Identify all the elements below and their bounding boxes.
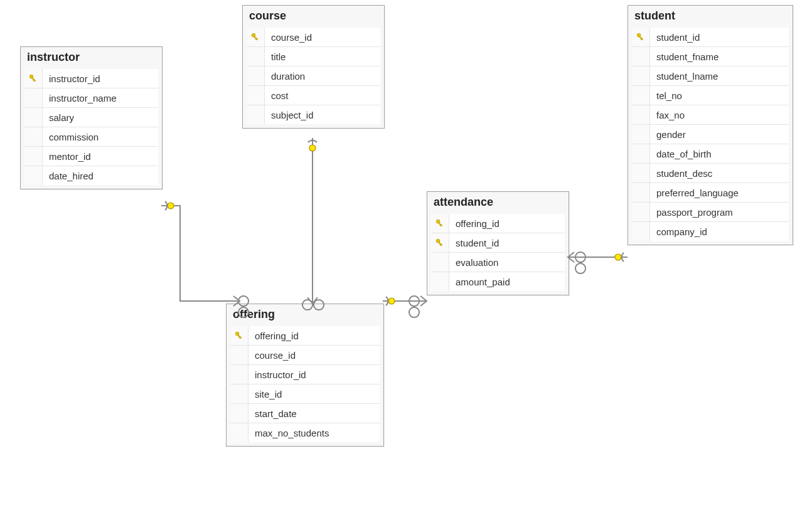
- column-row: mentor_id: [24, 147, 158, 166]
- svg-point-20: [388, 298, 395, 304]
- column-row: evaluation: [431, 253, 565, 272]
- entity-attendance[interactable]: attendance offering_idstudent_idevaluati…: [427, 191, 569, 295]
- column-name: course_id: [248, 350, 296, 361]
- column-name: student_fname: [650, 51, 719, 62]
- column-row: title: [247, 47, 380, 66]
- key-cell-empty: [247, 66, 265, 85]
- column-name: instructor_id: [43, 73, 100, 84]
- svg-point-21: [615, 254, 621, 260]
- key-cell-empty: [431, 272, 449, 291]
- column-row: fax_no: [632, 105, 789, 125]
- key-cell-empty: [632, 66, 650, 85]
- column-row: student_desc: [632, 164, 789, 183]
- entity-title: course: [243, 6, 384, 24]
- column-row: student_lname: [632, 66, 789, 86]
- column-name: start_date: [248, 408, 297, 419]
- key-cell-empty: [230, 384, 248, 403]
- key-cell-empty: [24, 147, 43, 166]
- column-row: passport_program: [632, 203, 789, 222]
- column-name: instructor_id: [248, 369, 306, 380]
- entity-instructor[interactable]: instructor instructor_idinstructor_names…: [20, 46, 163, 189]
- key-cell-empty: [632, 47, 650, 66]
- column-row: subject_id: [247, 105, 380, 124]
- key-cell-empty: [24, 88, 43, 107]
- column-name: tel_no: [650, 90, 682, 101]
- svg-point-18: [168, 203, 174, 209]
- column-row: preferred_language: [632, 183, 789, 203]
- column-name: mentor_id: [43, 151, 91, 162]
- key-cell-empty: [632, 203, 650, 221]
- key-cell-empty: [247, 47, 265, 66]
- key-cell-empty: [24, 166, 43, 185]
- column-name: commission: [43, 132, 99, 142]
- column-name: fax_no: [650, 110, 685, 120]
- primary-key-icon: [431, 233, 449, 252]
- column-name: instructor_name: [43, 93, 117, 103]
- column-name: date_of_birth: [650, 149, 712, 159]
- column-row: amount_paid: [431, 272, 565, 291]
- primary-key-icon: [431, 214, 449, 233]
- column-row: instructor_id: [24, 69, 158, 88]
- key-cell-empty: [632, 183, 650, 202]
- column-name: student_id: [650, 32, 700, 43]
- column-row: max_no_students: [230, 423, 380, 442]
- column-row: start_date: [230, 404, 380, 423]
- key-cell-empty: [247, 86, 265, 105]
- svg-point-19: [309, 145, 316, 151]
- column-row: site_id: [230, 384, 380, 404]
- column-row: student_id: [632, 28, 789, 47]
- entity-title: instructor: [21, 47, 162, 65]
- column-row: offering_id: [431, 214, 565, 233]
- column-row: salary: [24, 108, 158, 127]
- column-row: cost: [247, 86, 380, 105]
- key-cell-empty: [632, 105, 650, 124]
- column-row: commission: [24, 127, 158, 147]
- primary-key-icon: [24, 69, 43, 88]
- primary-key-icon: [632, 28, 650, 46]
- entity-student[interactable]: student student_idstudent_fnamestudent_l…: [628, 5, 793, 245]
- primary-key-icon: [247, 28, 265, 46]
- column-row: course_id: [247, 28, 380, 47]
- key-cell-empty: [632, 164, 650, 183]
- column-row: student_fname: [632, 47, 789, 66]
- column-row: instructor_name: [24, 88, 158, 108]
- column-name: offering_id: [248, 331, 299, 341]
- column-name: date_hired: [43, 171, 93, 181]
- entity-title: attendance: [427, 192, 569, 210]
- column-name: duration: [265, 71, 305, 82]
- key-cell-empty: [247, 105, 265, 124]
- column-name: student_lname: [650, 71, 718, 82]
- column-name: gender: [650, 129, 686, 140]
- column-name: subject_id: [265, 110, 314, 120]
- key-cell-empty: [230, 365, 248, 384]
- key-cell-empty: [632, 144, 650, 163]
- key-cell-empty: [632, 222, 650, 241]
- column-name: company_id: [650, 226, 707, 237]
- key-cell-empty: [230, 423, 248, 442]
- column-name: site_id: [248, 389, 282, 400]
- column-row: offering_id: [230, 326, 380, 346]
- column-name: evaluation: [449, 257, 498, 268]
- column-row: gender: [632, 125, 789, 144]
- column-row: date_hired: [24, 166, 158, 185]
- column-name: salary: [43, 112, 74, 123]
- column-name: course_id: [265, 32, 312, 43]
- key-cell-empty: [431, 253, 449, 272]
- column-row: duration: [247, 66, 380, 86]
- entity-offering[interactable]: offering offering_idcourse_idinstructor_…: [226, 304, 384, 447]
- key-cell-empty: [24, 127, 43, 146]
- column-name: student_id: [449, 238, 499, 248]
- entity-title: offering: [227, 304, 383, 322]
- column-row: tel_no: [632, 86, 789, 105]
- key-cell-empty: [230, 404, 248, 423]
- key-cell-empty: [230, 346, 248, 364]
- primary-key-icon: [230, 326, 248, 345]
- entity-title: student: [628, 6, 793, 24]
- column-name: student_desc: [650, 168, 712, 179]
- column-name: amount_paid: [449, 277, 510, 287]
- key-cell-empty: [632, 125, 650, 144]
- column-name: max_no_students: [248, 428, 329, 438]
- column-name: cost: [265, 90, 289, 101]
- entity-course[interactable]: course course_idtitledurationcostsubject…: [242, 5, 385, 129]
- key-cell-empty: [24, 108, 43, 127]
